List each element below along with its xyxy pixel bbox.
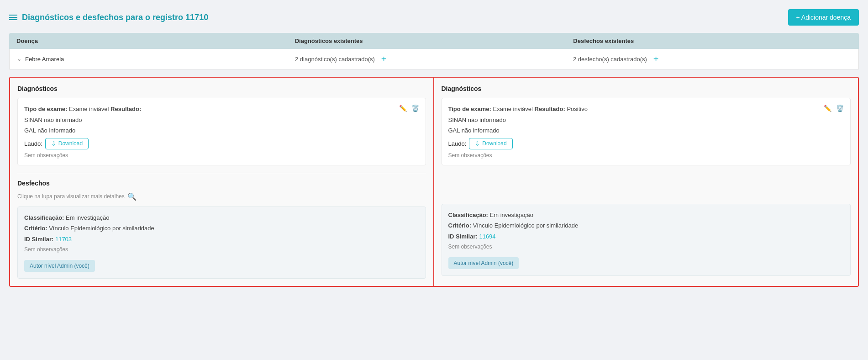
panel-left-diag-title: Diagnósticos	[17, 85, 426, 92]
card-1-gal: GAL não informado	[24, 126, 419, 135]
desfecho-2-class: Classificação: Em investigação	[448, 211, 844, 220]
page-header: Diagnósticos e desfechos para o registro…	[9, 9, 859, 26]
download-button-1[interactable]: ⇩ Download	[45, 138, 89, 149]
card-2-sinan: SINAN não informado	[448, 116, 844, 125]
desfecho-2-obs: Sem observações	[448, 243, 844, 251]
download-button-2[interactable]: ⇩ Download	[469, 138, 512, 149]
edit-button-2[interactable]: ✏️	[823, 104, 832, 113]
card-1-tipo: Tipo de exame: Exame inviável Resultado:	[24, 105, 419, 114]
table-header: Doença Diagnósticos existentes Desfechos…	[9, 33, 859, 49]
card-2-tipo: Tipo de exame: Exame inviável Resultado:…	[448, 105, 844, 114]
autor-badge-1: Autor nível Admin (você)	[24, 260, 95, 272]
card-2-gal: GAL não informado	[448, 126, 844, 135]
section-divider-1	[17, 173, 426, 173]
panels-wrapper: Diagnósticos ✏️ 🗑️ Tipo de exame: Exame …	[9, 77, 859, 287]
desfechos-header-1: Clique na lupa para visualizar mais deta…	[17, 192, 426, 201]
download-icon-1: ⇩	[51, 140, 56, 147]
col-doenca: Doença	[16, 37, 295, 44]
add-diagnosis-button[interactable]: +	[379, 54, 389, 64]
panel-left: Diagnósticos ✏️ 🗑️ Tipo de exame: Exame …	[10, 78, 434, 286]
id-similar-link-1[interactable]: 11703	[55, 236, 72, 243]
spacer	[442, 173, 851, 200]
edit-button-1[interactable]: ✏️	[398, 104, 408, 113]
add-disease-button[interactable]: + Adicionar doença	[788, 9, 859, 26]
autor-badge-2: Autor nível Admin (você)	[448, 257, 519, 269]
search-button-1[interactable]: 🔍	[127, 192, 137, 201]
chevron-down-icon[interactable]: ⌄	[17, 56, 21, 62]
diagnosis-card-1: ✏️ 🗑️ Tipo de exame: Exame inviável Resu…	[17, 98, 426, 165]
card-1-actions: ✏️ 🗑️	[398, 104, 420, 113]
desfecho-2-criterio: Critério: Vínculo Epidemiológico por sim…	[448, 221, 844, 230]
panel-right: Diagnósticos ✏️ 🗑️ Tipo de exame: Exame …	[434, 78, 858, 286]
laudo-label-1: Laudo:	[24, 140, 42, 147]
delete-button-2[interactable]: 🗑️	[835, 104, 845, 113]
hamburger-icon	[9, 15, 17, 20]
col-desfechos: Desfechos existentes	[573, 37, 852, 44]
desfecho-2-id: ID Similar: 11694	[448, 232, 844, 241]
panel-right-diag-title: Diagnósticos	[442, 85, 851, 92]
download-icon-2: ⇩	[475, 140, 480, 147]
panel-left-desfechos-title: Desfechos	[17, 180, 426, 187]
card-2-actions: ✏️ 🗑️	[823, 104, 845, 113]
page-title: Diagnósticos e desfechos para o registro…	[9, 13, 208, 22]
desfechos-subtitle-1: Clique na lupa para visualizar mais deta…	[17, 193, 125, 200]
desfecho-card-1: Classificação: Em investigação Critério:…	[17, 206, 426, 279]
disease-row: ⌄ Febre Amarela 2 diagnóstico(s) cadastr…	[9, 49, 859, 69]
col-diagnosticos: Diagnósticos existentes	[295, 37, 573, 44]
add-desfecho-button[interactable]: +	[652, 54, 661, 64]
disease-desfecho-count: 2 desfecho(s) cadastrado(s) +	[573, 54, 851, 64]
diagnosis-card-2: ✏️ 🗑️ Tipo de exame: Exame inviável Resu…	[442, 98, 851, 165]
card-1-laudo: Laudo: ⇩ Download	[24, 138, 419, 149]
card-1-sinan: SINAN não informado	[24, 116, 419, 125]
id-similar-link-2[interactable]: 11694	[479, 233, 495, 240]
laudo-label-2: Laudo:	[448, 140, 467, 147]
disease-diag-count: 2 diagnóstico(s) cadastrado(s) +	[295, 54, 573, 64]
delete-button-1[interactable]: 🗑️	[410, 104, 420, 113]
disease-name: ⌄ Febre Amarela	[17, 56, 295, 63]
desfecho-card-2: Classificação: Em investigação Critério:…	[442, 204, 851, 276]
desfecho-1-obs: Sem observações	[24, 245, 419, 254]
card-2-obs: Sem observações	[448, 152, 844, 159]
desfecho-1-class: Classificação: Em investigação	[24, 213, 419, 222]
card-2-laudo: Laudo: ⇩ Download	[448, 138, 844, 149]
desfecho-1-criterio: Critério: Vínculo Epidemiológico por sim…	[24, 224, 419, 233]
card-1-obs: Sem observações	[24, 152, 419, 159]
desfecho-1-id: ID Similar: 11703	[24, 235, 419, 244]
